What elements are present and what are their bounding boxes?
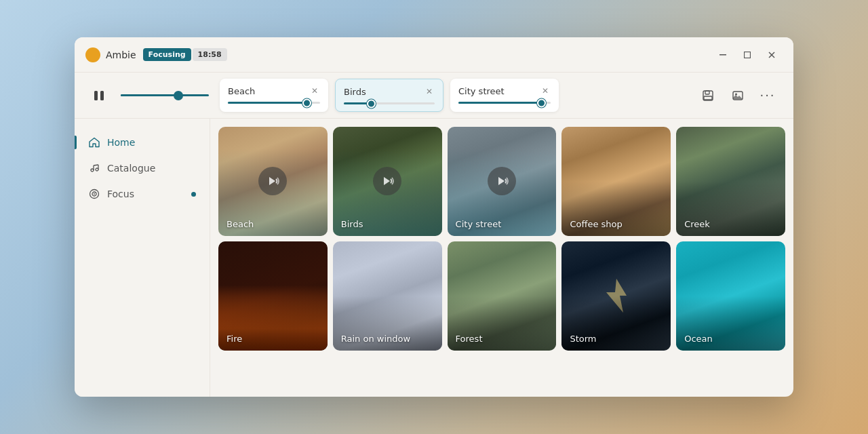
coffee-label: Coffee shop	[570, 219, 622, 229]
close-button[interactable]	[761, 47, 783, 63]
city-sound-icon	[488, 167, 516, 195]
sound-card-name-city: City street	[458, 86, 505, 96]
svg-point-18	[94, 193, 95, 195]
remove-birds-button[interactable]: ✕	[424, 86, 435, 97]
remove-beach-button[interactable]: ✕	[309, 85, 320, 96]
sound-card-beach: Beach ✕	[220, 79, 328, 112]
play-pause-button[interactable]	[88, 85, 110, 106]
focus-icon	[88, 188, 100, 200]
save-button[interactable]	[696, 83, 720, 108]
home-label: Home	[107, 137, 135, 148]
app-logo	[85, 47, 100, 62]
forest-label: Forest	[456, 334, 483, 344]
app-name: Ambie	[106, 50, 136, 60]
titlebar: Ambie Focusing 18:58	[75, 37, 793, 73]
birds-label: Birds	[341, 219, 363, 229]
city-volume-slider[interactable]	[458, 102, 551, 104]
svg-point-10	[735, 93, 737, 95]
grid-card-fire[interactable]: Fire	[218, 241, 328, 351]
app-window: Ambie Focusing 18:58	[75, 37, 793, 397]
storm-label: Storm	[570, 334, 596, 344]
sidebar-item-catalogue[interactable]: Catalogue	[75, 155, 210, 181]
remove-city-button[interactable]: ✕	[540, 85, 551, 96]
home-icon	[88, 136, 100, 149]
svg-rect-8	[704, 96, 712, 100]
sound-grid-area: Beach Birds	[210, 119, 793, 397]
active-sound-cards: Beach ✕ Birds ✕	[220, 79, 685, 112]
grid-card-ocean[interactable]: Ocean	[676, 241, 785, 351]
grid-card-city[interactable]: City street	[448, 127, 557, 236]
sound-card-city-street: City street ✕	[450, 79, 559, 112]
svg-rect-7	[705, 91, 709, 94]
svg-marker-21	[498, 177, 505, 185]
beach-sound-icon	[258, 167, 287, 195]
focus-timer: 18:58	[193, 48, 227, 61]
sound-card-name-beach: Beach	[228, 86, 255, 96]
master-volume-slider[interactable]	[121, 94, 209, 96]
focus-active-dot	[191, 192, 196, 197]
image-button[interactable]	[726, 83, 750, 108]
sidebar-item-home[interactable]: Home	[75, 130, 210, 155]
birds-sound-icon	[373, 167, 401, 195]
catalogue-label: Catalogue	[107, 163, 155, 174]
sound-grid: Beach Birds	[218, 127, 785, 351]
svg-rect-6	[703, 91, 713, 100]
city-label: City street	[456, 219, 502, 229]
window-controls	[712, 47, 783, 63]
svg-marker-19	[269, 177, 275, 185]
svg-rect-4	[94, 91, 98, 100]
svg-rect-1	[745, 52, 751, 58]
grid-card-creek[interactable]: Creek	[676, 127, 785, 236]
svg-rect-0	[719, 54, 726, 56]
grid-card-coffee[interactable]: Coffee shop	[561, 127, 671, 236]
grid-card-storm[interactable]: Storm	[561, 241, 671, 351]
beach-label: Beach	[226, 219, 254, 229]
creek-label: Creek	[684, 219, 710, 229]
sidebar: Home Catalogue	[75, 119, 210, 397]
maximize-button[interactable]	[736, 47, 758, 63]
grid-card-rain[interactable]: Rain on window	[333, 241, 442, 351]
player-actions: ···	[696, 83, 780, 108]
rain-label: Rain on window	[341, 334, 410, 344]
focus-badge: Focusing	[143, 48, 191, 61]
grid-card-beach[interactable]: Beach	[218, 127, 328, 236]
sound-card-name-birds: Birds	[344, 87, 366, 97]
sound-card-birds: Birds ✕	[335, 79, 443, 112]
sidebar-item-focus[interactable]: Focus	[75, 181, 210, 207]
minimize-button[interactable]	[712, 47, 734, 63]
ocean-label: Ocean	[684, 334, 713, 344]
main-content: Home Catalogue	[75, 119, 793, 397]
player-bar: Beach ✕ Birds ✕	[75, 73, 793, 119]
focus-label: Focus	[107, 189, 134, 199]
fire-label: Fire	[226, 334, 242, 344]
more-button[interactable]: ···	[755, 83, 780, 108]
birds-volume-slider[interactable]	[344, 102, 435, 104]
svg-marker-20	[384, 177, 390, 185]
svg-line-13	[94, 165, 98, 165]
catalogue-icon	[88, 162, 100, 174]
grid-card-forest[interactable]: Forest	[448, 241, 557, 351]
svg-point-15	[96, 168, 98, 171]
grid-card-birds[interactable]: Birds	[333, 127, 442, 236]
beach-volume-slider[interactable]	[228, 102, 320, 104]
svg-rect-5	[100, 91, 104, 100]
